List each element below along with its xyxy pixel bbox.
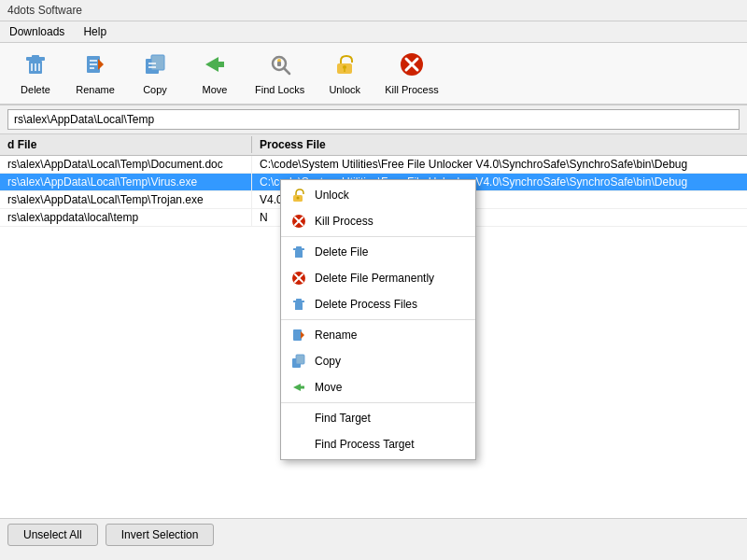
svg-rect-33 [296, 246, 302, 249]
svg-point-21 [343, 65, 346, 69]
svg-line-17 [284, 68, 289, 74]
ctx-unlock-label: Unlock [315, 189, 349, 202]
killprocess-button[interactable]: Kill Process [376, 47, 446, 100]
svg-point-27 [297, 197, 300, 200]
delete-label: Delete [21, 84, 50, 95]
ctx-separator-2 [281, 319, 475, 320]
ctx-copy-item[interactable]: Copy [281, 348, 475, 374]
svg-rect-43 [296, 355, 304, 364]
svg-marker-41 [301, 331, 304, 339]
findlocks-label: Find Locks [255, 84, 304, 95]
move-label: Move [203, 84, 228, 95]
ctx-findproctarget-item[interactable]: Find Process Target [281, 431, 475, 457]
copy-button[interactable]: Copy [127, 47, 183, 100]
ctx-delete-item[interactable]: Delete File [281, 239, 475, 265]
svg-marker-7 [98, 59, 104, 70]
ctx-unlock-item[interactable]: Unlock [281, 182, 475, 208]
toolbar: Delete Rename Copy [0, 43, 747, 105]
delete-button[interactable]: Delete [7, 47, 63, 100]
table-header: d File Process File [0, 134, 747, 156]
svg-rect-39 [296, 299, 302, 301]
ctx-deleteperm-icon [290, 270, 307, 287]
ctx-findtarget-icon [290, 410, 307, 427]
move-button[interactable]: Move [187, 47, 243, 100]
ctx-deleteperm-label: Delete File Permanently [315, 272, 434, 285]
svg-rect-19 [277, 62, 281, 66]
ctx-delete-icon [290, 244, 307, 260]
findlocks-icon [267, 51, 293, 82]
cell-locked: rs\alex\AppData\Local\Temp\Trojan.exe [0, 191, 252, 208]
ctx-move-label: Move [315, 381, 342, 394]
ctx-findtarget-item[interactable]: Find Target [281, 405, 475, 431]
svg-rect-32 [295, 250, 303, 258]
col-process-header: Process File [252, 136, 747, 153]
ctx-delete-label: Delete File [315, 245, 368, 259]
unlock-icon [331, 51, 358, 82]
copy-label: Copy [143, 84, 167, 95]
ctx-move-icon [290, 379, 307, 396]
move-icon [202, 51, 228, 82]
findlocks-button[interactable]: Find Locks [247, 47, 313, 100]
address-input[interactable] [7, 109, 740, 130]
col-locked-header: d File [0, 136, 252, 153]
address-bar [0, 105, 747, 134]
menu-bar: Downloads Help [0, 21, 747, 43]
copy-icon [142, 51, 168, 82]
killprocess-icon [399, 51, 425, 82]
rename-button[interactable]: Rename [67, 47, 123, 100]
cell-process: C:\code\System Utilities\Free File Unloc… [252, 156, 747, 173]
rename-label: Rename [76, 84, 115, 95]
ctx-deleteproc-label: Delete Process Files [315, 298, 417, 311]
unlock-button[interactable]: Unlock [317, 47, 373, 100]
cell-locked: rs\alex\AppData\Local\Temp\Document.doc [0, 156, 252, 173]
cell-locked: rs\alex\AppData\Local\Temp\Virus.exe [0, 174, 252, 190]
svg-marker-44 [293, 384, 304, 391]
context-menu: Unlock Kill Process Del [280, 179, 476, 460]
ctx-rename-icon [290, 327, 307, 343]
killprocess-label: Kill Process [385, 84, 438, 95]
ctx-rename-item[interactable]: Rename [281, 322, 475, 348]
svg-rect-2 [32, 55, 39, 59]
rename-icon [82, 51, 108, 82]
menu-downloads[interactable]: Downloads [4, 23, 70, 40]
invert-selection-button[interactable]: Invert Selection [106, 524, 215, 546]
ctx-kill-item[interactable]: Kill Process [281, 208, 475, 234]
ctx-copy-icon [290, 353, 307, 370]
menu-help[interactable]: Help [78, 23, 112, 40]
delete-icon [22, 51, 49, 82]
ctx-kill-label: Kill Process [315, 215, 374, 228]
ctx-deleteperm-item[interactable]: Delete File Permanently [281, 265, 475, 291]
unselect-all-button[interactable]: Unselect All [7, 524, 98, 546]
ctx-kill-icon [290, 213, 307, 230]
svg-rect-40 [293, 329, 302, 341]
ctx-findtarget-label: Find Target [315, 412, 371, 425]
main-content: d File Process File rs\alex\AppData\Loca… [0, 134, 747, 550]
ctx-deleteproc-icon [290, 296, 307, 313]
ctx-separator-3 [281, 402, 475, 403]
svg-marker-15 [205, 57, 224, 72]
ctx-findproctarget-icon [290, 436, 307, 453]
ctx-deleteproc-item[interactable]: Delete Process Files [281, 291, 475, 317]
ctx-unlock-icon [290, 187, 307, 203]
table-row[interactable]: rs\alex\AppData\Local\Temp\Document.doc … [0, 156, 747, 174]
ctx-separator-1 [281, 236, 475, 237]
svg-rect-38 [295, 302, 303, 310]
ctx-move-item[interactable]: Move [281, 374, 475, 400]
ctx-findproctarget-label: Find Process Target [315, 438, 415, 451]
ctx-rename-label: Rename [315, 329, 357, 342]
app-title: 4dots Software [7, 4, 82, 17]
ctx-copy-label: Copy [315, 355, 341, 368]
cell-locked: rs\alex\appdata\local\temp [0, 209, 252, 226]
title-bar: 4dots Software [0, 0, 747, 21]
bottom-bar: Unselect All Invert Selection [0, 518, 747, 550]
unlock-label: Unlock [329, 84, 360, 95]
